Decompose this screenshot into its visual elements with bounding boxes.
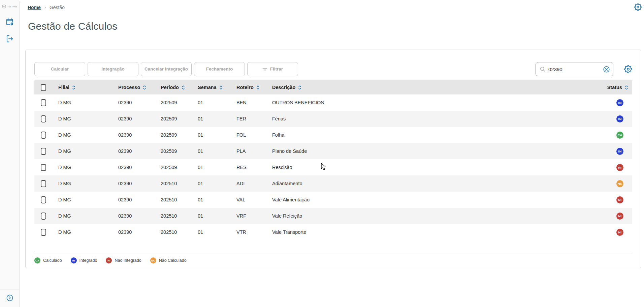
cell-descricao: Vale Transporte <box>267 229 582 235</box>
row-checkbox[interactable] <box>41 132 46 139</box>
status-badge: NI <box>616 196 623 203</box>
cell-periodo: 202509 <box>156 165 193 170</box>
action-button[interactable]: Cancelar Integração <box>141 62 192 76</box>
cell-filial: D MG <box>53 213 113 219</box>
table-row[interactable]: D MG 02390 202510 01 VTR Vale Transporte… <box>34 224 632 240</box>
row-select-cell <box>34 229 53 236</box>
row-checkbox[interactable] <box>41 196 46 203</box>
table-row[interactable]: D MG 02390 202509 01 BEN OUTROS BENEFICI… <box>34 94 632 111</box>
search-input[interactable] <box>548 66 603 72</box>
cell-processo: 02390 <box>113 100 156 105</box>
row-select-cell <box>34 115 53 122</box>
legend-status-badge: NC <box>150 257 156 263</box>
sidebar-item-calendar-settings[interactable] <box>5 17 14 27</box>
search-icon <box>540 66 545 72</box>
sidebar-expand-button[interactable] <box>5 293 14 303</box>
totvs-logo-text: TOTVS <box>7 5 17 8</box>
column-header-descricao[interactable]: Descrição <box>267 85 582 90</box>
search-clear-button[interactable] <box>603 66 610 73</box>
breadcrumb: Home › Gestão <box>28 5 644 10</box>
row-checkbox[interactable] <box>41 115 46 122</box>
row-checkbox[interactable] <box>41 164 46 171</box>
cell-periodo: 202509 <box>156 116 193 121</box>
cell-processo: 02390 <box>113 213 156 219</box>
sort-icon[interactable] <box>72 85 75 90</box>
status-badge: IN <box>616 99 623 106</box>
column-label: Descrição <box>272 85 295 90</box>
status-badge: IN <box>616 115 623 122</box>
cell-filial: D MG <box>53 100 113 105</box>
action-button[interactable]: Fechamento <box>194 62 245 76</box>
sidebar-item-logout[interactable] <box>5 34 14 44</box>
totvs-logo: TOTVS <box>2 4 17 8</box>
row-checkbox[interactable] <box>41 148 46 155</box>
cell-descricao: Vale Refeição <box>267 213 582 219</box>
legend-status-badge: CA <box>34 257 40 263</box>
cell-semana: 01 <box>193 165 231 170</box>
column-header-semana[interactable]: Semana <box>193 85 231 90</box>
action-button[interactable]: Calcular <box>34 62 85 76</box>
toolbar-right <box>536 62 632 76</box>
table-row[interactable]: D MG 02390 202510 01 VAL Vale Alimentaçã… <box>34 192 632 208</box>
action-button[interactable]: Integração <box>88 62 138 76</box>
row-checkbox[interactable] <box>41 229 46 236</box>
cell-filial: D MG <box>53 116 113 121</box>
cell-status: IN <box>582 115 632 122</box>
column-header-status[interactable]: Status <box>582 85 632 90</box>
cell-roteiro: FOL <box>231 132 267 138</box>
filter-icon <box>262 67 267 71</box>
column-header-filial[interactable]: Filial <box>53 85 113 90</box>
table-header: Filial Processo Período Semana Roteiro D… <box>34 80 632 94</box>
column-header-roteiro[interactable]: Roteiro <box>231 85 267 90</box>
sort-icon[interactable] <box>625 85 628 90</box>
row-checkbox[interactable] <box>41 180 46 187</box>
column-header-periodo[interactable]: Período <box>156 85 193 90</box>
cell-status: NI <box>582 229 632 236</box>
sort-icon[interactable] <box>298 85 301 90</box>
sort-icon[interactable] <box>182 85 185 90</box>
breadcrumb-current: Gestão <box>50 5 65 10</box>
page-settings-button[interactable] <box>634 3 642 12</box>
cell-periodo: 202510 <box>156 213 193 219</box>
sort-icon[interactable] <box>143 85 146 90</box>
legend-item: NI Não Integrado <box>106 257 141 263</box>
row-checkbox[interactable] <box>41 213 46 220</box>
cell-filial: D MG <box>53 165 113 170</box>
filter-button-wrap: Filtrar <box>247 62 298 76</box>
column-label: Status <box>607 85 622 90</box>
table-row[interactable]: D MG 02390 202509 01 FOL Folha CA <box>34 127 632 143</box>
row-checkbox[interactable] <box>41 99 46 106</box>
row-select-cell <box>34 164 53 171</box>
filter-button[interactable]: Filtrar <box>247 62 298 76</box>
cell-semana: 01 <box>193 100 231 105</box>
table-row[interactable]: D MG 02390 202509 01 FER Férias IN <box>34 111 632 127</box>
status-legend: CA Calculado IN Integrado NI Não Integra… <box>34 253 632 263</box>
status-badge: NI <box>616 213 623 220</box>
legend-item: CA Calculado <box>34 257 62 263</box>
table-body: D MG 02390 202509 01 BEN OUTROS BENEFICI… <box>34 94 632 240</box>
content-header: Home › Gestão Gestão de Cálculos <box>20 0 644 32</box>
cell-processo: 02390 <box>113 229 156 235</box>
cell-roteiro: ADI <box>231 181 267 186</box>
row-select-cell <box>34 213 53 220</box>
sort-icon[interactable] <box>256 85 260 90</box>
table-row[interactable]: D MG 02390 202510 01 ADI Adiantamento NC <box>34 175 632 192</box>
logout-icon <box>5 34 14 43</box>
breadcrumb-home-link[interactable]: Home <box>28 5 41 10</box>
legend-item: NC Não Calculado <box>150 257 187 263</box>
status-badge: NI <box>616 164 623 171</box>
select-all-checkbox[interactable] <box>41 84 46 91</box>
sort-icon[interactable] <box>219 85 223 90</box>
cell-status: NI <box>582 196 632 203</box>
cell-status: NC <box>582 180 632 187</box>
sidebar-nav <box>5 17 14 44</box>
table-settings-button[interactable] <box>624 65 632 73</box>
column-label: Semana <box>198 85 217 90</box>
table-row[interactable]: D MG 02390 202509 01 RES Rescisão NI <box>34 159 632 175</box>
search-box <box>536 62 613 76</box>
column-header-processo[interactable]: Processo <box>113 85 156 90</box>
status-badge: CA <box>616 132 623 139</box>
row-select-cell <box>34 148 53 155</box>
table-row[interactable]: D MG 02390 202509 01 PLA Plano de Saúde … <box>34 143 632 159</box>
table-row[interactable]: D MG 02390 202510 01 VRF Vale Refeição N… <box>34 208 632 224</box>
